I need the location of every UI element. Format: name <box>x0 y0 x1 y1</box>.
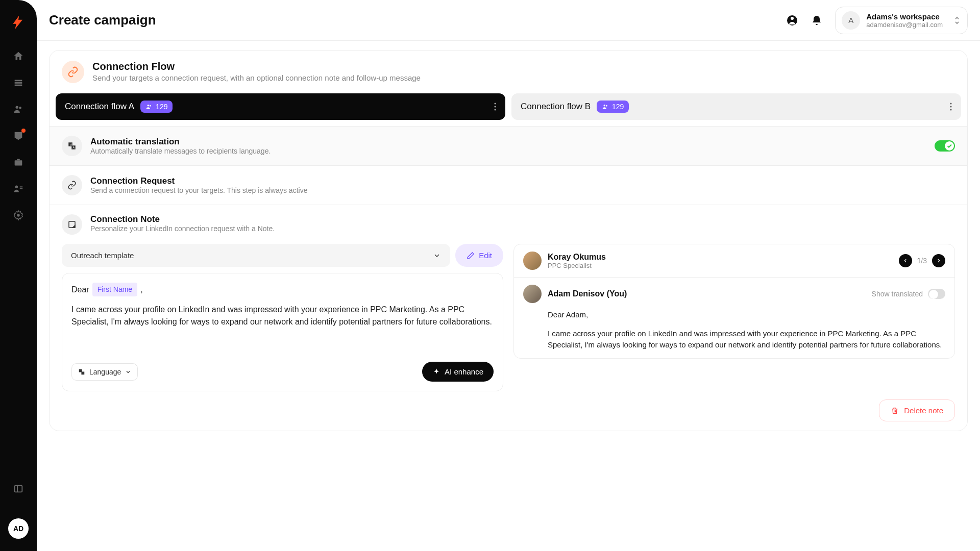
svg-point-7 <box>15 186 18 189</box>
help-icon[interactable] <box>786 14 798 27</box>
delete-note-button[interactable]: Delete note <box>879 399 955 421</box>
svg-rect-8 <box>20 186 23 187</box>
translate-icon: 文A <box>62 136 82 156</box>
svg-point-4 <box>19 107 21 109</box>
show-translated-label: Show translated <box>872 290 923 298</box>
recipient-role: PPC Specialist <box>548 262 606 269</box>
tab-label: Connection flow A <box>65 102 134 112</box>
svg-point-14 <box>791 17 794 20</box>
recipient-avatar <box>523 252 542 270</box>
svg-point-17 <box>495 103 496 105</box>
content: Connection Flow Send your targets a conn… <box>37 41 980 551</box>
svg-point-20 <box>604 105 606 107</box>
bell-icon[interactable] <box>811 14 823 27</box>
language-button[interactable]: Language <box>71 363 138 381</box>
svg-point-15 <box>148 105 150 107</box>
pager-text: 1/3 <box>917 257 927 265</box>
svg-rect-0 <box>15 80 22 82</box>
header-actions: A Adams's workspace adamdenisov@gmail.co… <box>786 7 968 34</box>
translation-toggle[interactable] <box>935 140 955 152</box>
svg-rect-9 <box>20 188 23 189</box>
svg-text:A: A <box>73 146 75 149</box>
section-title: Connection Note <box>90 214 955 224</box>
sparkle-icon <box>432 368 440 376</box>
workspace-switcher[interactable]: A Adams's workspace adamdenisov@gmail.co… <box>835 7 968 34</box>
trash-icon <box>891 407 899 415</box>
svg-point-18 <box>495 106 496 108</box>
svg-rect-2 <box>15 85 22 86</box>
translate-icon <box>78 368 85 375</box>
tab-label: Connection flow B <box>521 102 591 112</box>
user-avatar[interactable]: AD <box>8 518 29 539</box>
more-icon[interactable] <box>950 103 952 111</box>
main: Create campaign A Adams's workspace adam… <box>37 0 980 551</box>
svg-point-24 <box>950 109 952 111</box>
nav-settings-icon[interactable] <box>7 204 30 227</box>
flow-subtitle: Send your targets a connection request, … <box>92 73 421 82</box>
nav-inbox-icon[interactable] <box>7 124 30 147</box>
svg-point-10 <box>17 214 20 217</box>
link-icon <box>62 61 84 83</box>
connection-request-section: Connection Request Send a connection req… <box>50 165 967 205</box>
link-icon <box>62 175 82 195</box>
notification-dot <box>21 129 26 133</box>
sidebar: AD <box>0 0 37 551</box>
tab-count-badge: 129 <box>140 101 173 113</box>
variable-chip[interactable]: First Name <box>92 283 137 296</box>
connection-note-section: Connection Note Personalize your LinkedI… <box>50 205 967 431</box>
svg-rect-11 <box>15 486 22 492</box>
nav-people-icon[interactable] <box>7 98 30 120</box>
template-select[interactable]: Outreach template <box>62 244 450 267</box>
workspace-avatar: A <box>842 11 860 30</box>
tab-count-badge: 129 <box>597 101 629 113</box>
header: Create campaign A Adams's workspace adam… <box>37 0 980 41</box>
svg-rect-1 <box>15 82 22 84</box>
svg-rect-6 <box>17 159 20 161</box>
nav-layers-icon[interactable] <box>7 71 30 94</box>
preview-message: Dear Adam, I came across your profile on… <box>523 309 945 351</box>
svg-rect-5 <box>15 160 22 165</box>
flow-tab-b[interactable]: Connection flow B 129 <box>511 93 961 120</box>
svg-point-19 <box>495 109 496 111</box>
message-editor[interactable]: Dear First Name , I came across your pro… <box>62 273 503 391</box>
section-subtitle: Automatically translate messages to reci… <box>90 147 926 155</box>
svg-point-22 <box>950 103 952 105</box>
chevron-down-icon <box>433 252 441 260</box>
section-title: Connection Request <box>90 176 955 186</box>
workspace-email: adamdenisov@gmail.com <box>866 21 943 29</box>
nav-home-icon[interactable] <box>7 45 30 67</box>
sidebar-expand-icon[interactable] <box>7 478 30 500</box>
recipient-name: Koray Okumus <box>548 253 606 262</box>
logo <box>10 14 27 31</box>
svg-text:文: 文 <box>70 143 72 146</box>
pencil-icon <box>467 252 475 260</box>
flow-tab-a[interactable]: Connection flow A 129 <box>56 93 505 120</box>
connection-flow-card: Connection Flow Send your targets a conn… <box>49 50 968 431</box>
show-translated-toggle[interactable] <box>928 289 945 299</box>
section-title: Automatic translation <box>90 137 926 147</box>
note-icon <box>62 214 82 235</box>
nav-contacts-icon[interactable] <box>7 178 30 200</box>
workspace-name: Adams's workspace <box>866 12 943 21</box>
flow-title: Connection Flow <box>92 61 421 72</box>
pager-next-button[interactable] <box>932 254 945 267</box>
svg-point-3 <box>16 106 19 109</box>
pager-prev-button[interactable] <box>899 254 912 267</box>
svg-point-21 <box>606 105 607 107</box>
svg-point-23 <box>950 106 952 108</box>
more-icon[interactable] <box>494 103 496 111</box>
nav-briefcase-icon[interactable] <box>7 151 30 173</box>
sender-avatar <box>523 285 542 303</box>
auto-translation-section: 文A Automatic translation Automatically t… <box>50 126 967 165</box>
page-title: Create campaign <box>49 12 156 28</box>
sender-name: Adam Denisov (You) <box>548 289 627 298</box>
preview-panel: Koray Okumus PPC Specialist 1/3 <box>513 244 955 359</box>
svg-point-16 <box>150 105 151 107</box>
ai-enhance-button[interactable]: AI enhance <box>422 362 494 382</box>
section-subtitle: Personalize your LinkedIn connection req… <box>90 224 955 233</box>
chevron-up-down-icon <box>953 15 961 26</box>
edit-button[interactable]: Edit <box>455 244 503 267</box>
section-subtitle: Send a connection request to your target… <box>90 186 955 194</box>
chevron-down-icon <box>125 369 131 375</box>
